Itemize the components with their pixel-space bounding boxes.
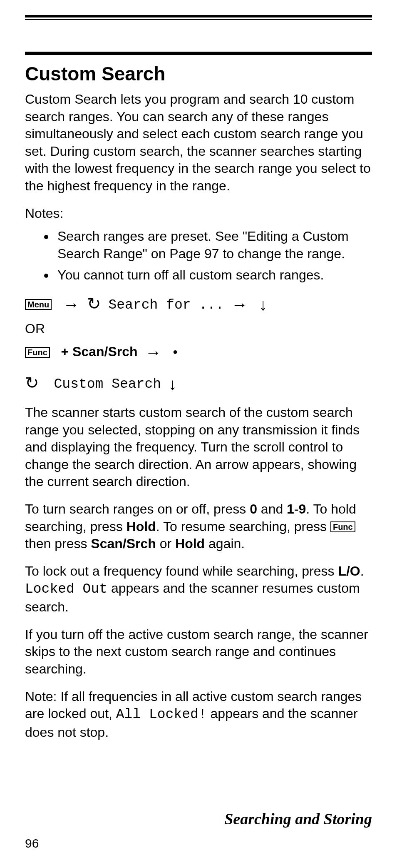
key-hold: Hold (127, 519, 156, 534)
rule (25, 52, 372, 55)
spacer (25, 20, 372, 50)
text: and (257, 501, 287, 516)
paragraph-lockout: To lock out a frequency found while sear… (25, 563, 372, 616)
top-rule-group (25, 15, 372, 20)
paragraph-skip: If you turn off the active custom search… (25, 626, 372, 678)
heading-custom-search: Custom Search (25, 62, 372, 85)
text: or (156, 536, 175, 551)
page: Custom Search Custom Search lets you pro… (0, 0, 397, 868)
arrow-right-icon: → (63, 293, 79, 316)
text: . (360, 564, 364, 579)
note-item: You cannot turn off all custom search ra… (55, 267, 372, 284)
scroll-icon: ↻ (25, 372, 39, 394)
paragraph-all-locked: Note: If all frequencies in all active c… (25, 688, 372, 741)
key-scan-srch: Scan/Srch (91, 536, 156, 551)
scan-srch-label: Scan/Srch (72, 344, 138, 359)
func-key: Func (330, 521, 355, 532)
note-item: Search ranges are preset. See "Editing a… (55, 228, 372, 262)
key-sequence-2: Func + Scan/Srch → ● (25, 342, 372, 364)
paragraph-toggle: To turn search ranges on or off, press 0… (25, 501, 372, 553)
text: - (294, 501, 299, 516)
arrow-right-icon: → (231, 293, 248, 316)
arrow-down-icon: ↓ (259, 293, 267, 316)
arrow-right-icon: → (145, 341, 161, 364)
text: . To resume searching, press (156, 519, 330, 534)
scroll-icon: ↻ (87, 292, 101, 315)
footer-section-title: Searching and Storing (224, 810, 372, 828)
all-locked-text: All Locked! (116, 707, 207, 722)
key-1: 1 (287, 501, 294, 516)
intro-paragraph: Custom Search lets you program and searc… (25, 91, 372, 195)
text: again. (205, 536, 245, 551)
text: To lock out a frequency found while sear… (25, 564, 338, 579)
page-number: 96 (25, 836, 39, 851)
arrow-down-icon: ↓ (169, 373, 177, 395)
key-9: 9 (299, 501, 306, 516)
rule (25, 15, 372, 17)
paragraph-behavior: The scanner starts custom search of the … (25, 404, 372, 491)
text: To turn search ranges on or off, press (25, 501, 250, 516)
or-label: OR (25, 321, 372, 337)
notes-label: Notes: (25, 205, 372, 222)
notes-list: Search ranges are preset. See "Editing a… (25, 228, 372, 284)
key-sequence-3: ↻ Custom Search ↓ (25, 371, 372, 396)
custom-search-text: Custom Search (54, 377, 161, 392)
second-rule-group (25, 52, 372, 55)
dot-icon: ● (173, 346, 178, 357)
search-for-text: Search for ... (108, 297, 223, 313)
key-sequence-1: Menu → ↻ Search for ... → ↓ (25, 292, 372, 317)
key-0: 0 (250, 501, 257, 516)
key-lo: L/O (338, 564, 360, 579)
locked-out-text: Locked Out (25, 581, 107, 597)
text: then press (25, 536, 91, 551)
key-hold: Hold (175, 536, 205, 551)
func-key: Func (25, 347, 50, 358)
menu-key: Menu (25, 299, 52, 310)
